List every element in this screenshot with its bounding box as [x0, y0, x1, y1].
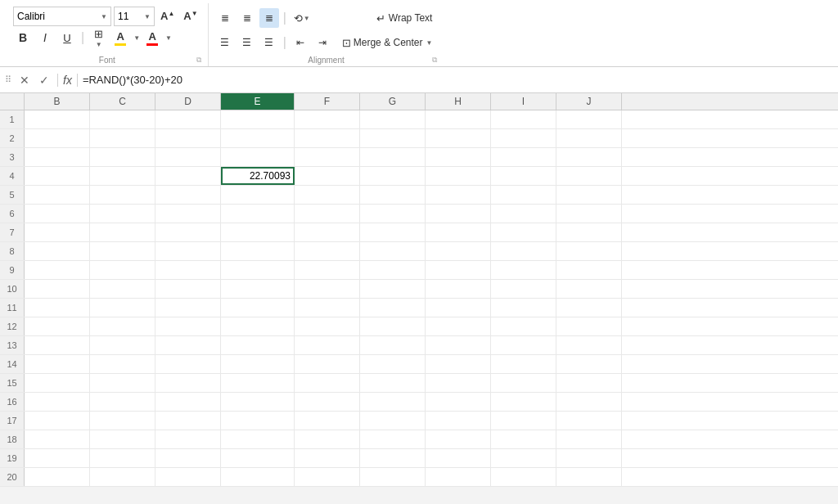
bold-button[interactable]: B: [13, 28, 33, 47]
wrap-text-button[interactable]: ↵ Wrap Text: [372, 7, 438, 29]
row-number[interactable]: 10: [0, 280, 25, 298]
spreadsheet-cell[interactable]: [426, 129, 491, 147]
spreadsheet-cell[interactable]: [556, 468, 622, 486]
spreadsheet-cell[interactable]: [221, 393, 295, 411]
spreadsheet-cell[interactable]: [426, 110, 491, 128]
spreadsheet-cell[interactable]: [360, 242, 426, 260]
spreadsheet-cell[interactable]: [556, 355, 622, 373]
spreadsheet-cell[interactable]: [155, 336, 221, 354]
spreadsheet-cell[interactable]: [155, 393, 221, 411]
row-number[interactable]: 13: [0, 336, 25, 354]
spreadsheet-cell[interactable]: [25, 280, 90, 298]
confirm-formula-button[interactable]: ✓: [36, 74, 52, 87]
spreadsheet-cell[interactable]: [491, 317, 556, 335]
spreadsheet-cell[interactable]: [25, 412, 90, 430]
spreadsheet-cell[interactable]: [491, 167, 556, 185]
spreadsheet-cell[interactable]: [360, 449, 426, 467]
spreadsheet-cell[interactable]: [90, 242, 155, 260]
spreadsheet-cell[interactable]: [221, 261, 295, 279]
spreadsheet-cell[interactable]: [491, 110, 556, 128]
row-number[interactable]: 1: [0, 110, 25, 128]
spreadsheet-cell[interactable]: [360, 223, 426, 241]
spreadsheet-cell[interactable]: [491, 299, 556, 317]
spreadsheet-cell[interactable]: [25, 449, 90, 467]
spreadsheet-cell[interactable]: [556, 129, 622, 147]
spreadsheet-cell[interactable]: [426, 223, 491, 241]
spreadsheet-cell[interactable]: [25, 205, 90, 223]
spreadsheet-cell[interactable]: [556, 167, 622, 185]
spreadsheet-cell[interactable]: [90, 299, 155, 317]
spreadsheet-cell[interactable]: [295, 449, 360, 467]
spreadsheet-cell[interactable]: [360, 205, 426, 223]
spreadsheet-cell[interactable]: [25, 261, 90, 279]
col-header-e[interactable]: E: [221, 93, 295, 110]
spreadsheet-cell[interactable]: [155, 261, 221, 279]
spreadsheet-cell[interactable]: [556, 317, 622, 335]
row-number[interactable]: 2: [0, 129, 25, 147]
spreadsheet-cell[interactable]: [426, 355, 491, 373]
spreadsheet-cell[interactable]: [426, 393, 491, 411]
spreadsheet-cell[interactable]: [426, 280, 491, 298]
row-number[interactable]: 7: [0, 223, 25, 241]
spreadsheet-cell[interactable]: [155, 129, 221, 147]
spreadsheet-cell[interactable]: [155, 374, 221, 392]
spreadsheet-cell[interactable]: [90, 148, 155, 166]
spreadsheet-cell[interactable]: [221, 449, 295, 467]
spreadsheet-cell[interactable]: [491, 336, 556, 354]
spreadsheet-cell[interactable]: [360, 148, 426, 166]
spreadsheet-cell[interactable]: [426, 412, 491, 430]
spreadsheet-cell[interactable]: [426, 336, 491, 354]
spreadsheet-cell[interactable]: [491, 148, 556, 166]
spreadsheet-cell[interactable]: [491, 412, 556, 430]
row-number[interactable]: 16: [0, 393, 25, 411]
spreadsheet-cell[interactable]: [221, 129, 295, 147]
indent-decrease-button[interactable]: ⇤: [291, 33, 310, 52]
cancel-formula-button[interactable]: ✕: [16, 74, 33, 87]
spreadsheet-cell[interactable]: [491, 393, 556, 411]
spreadsheet-cell[interactable]: [90, 186, 155, 204]
spreadsheet-cell[interactable]: [491, 261, 556, 279]
spreadsheet-cell[interactable]: [360, 430, 426, 448]
spreadsheet-cell[interactable]: [90, 280, 155, 298]
spreadsheet-cell[interactable]: [426, 167, 491, 185]
row-number[interactable]: 19: [0, 449, 25, 467]
spreadsheet-cell[interactable]: [426, 186, 491, 204]
spreadsheet-cell[interactable]: [25, 186, 90, 204]
spreadsheet-cell[interactable]: [155, 167, 221, 185]
spreadsheet-cell[interactable]: [360, 261, 426, 279]
spreadsheet-cell[interactable]: [221, 336, 295, 354]
spreadsheet-cell[interactable]: [155, 223, 221, 241]
spreadsheet-cell[interactable]: [491, 374, 556, 392]
col-header-h[interactable]: H: [426, 93, 491, 110]
spreadsheet-cell[interactable]: [221, 186, 295, 204]
spreadsheet-cell[interactable]: [360, 280, 426, 298]
spreadsheet-cell[interactable]: [221, 317, 295, 335]
fx-label[interactable]: fx: [57, 74, 78, 87]
fill-color-button[interactable]: A: [110, 28, 130, 47]
spreadsheet-cell[interactable]: [360, 336, 426, 354]
spreadsheet-cell[interactable]: [25, 129, 90, 147]
spreadsheet-cell[interactable]: [426, 374, 491, 392]
spreadsheet-cell[interactable]: [295, 393, 360, 411]
spreadsheet-cell[interactable]: [491, 468, 556, 486]
spreadsheet-cell[interactable]: [155, 355, 221, 373]
row-number[interactable]: 14: [0, 355, 25, 373]
spreadsheet-cell[interactable]: [90, 261, 155, 279]
spreadsheet-cell[interactable]: [426, 242, 491, 260]
spreadsheet-cell[interactable]: [221, 374, 295, 392]
spreadsheet-cell[interactable]: [221, 148, 295, 166]
spreadsheet-cell[interactable]: [556, 148, 622, 166]
spreadsheet-cell[interactable]: [90, 167, 155, 185]
align-bottom-button[interactable]: ≣: [259, 8, 279, 28]
spreadsheet-cell[interactable]: [221, 242, 295, 260]
spreadsheet-cell[interactable]: [556, 110, 622, 128]
spreadsheet-cell[interactable]: [90, 412, 155, 430]
spreadsheet-cell[interactable]: [90, 355, 155, 373]
spreadsheet-cell[interactable]: [426, 148, 491, 166]
spreadsheet-cell[interactable]: [360, 393, 426, 411]
spreadsheet-cell[interactable]: [426, 430, 491, 448]
spreadsheet-cell[interactable]: [295, 242, 360, 260]
spreadsheet-cell[interactable]: [295, 261, 360, 279]
spreadsheet-cell[interactable]: [155, 317, 221, 335]
spreadsheet-cell[interactable]: [491, 223, 556, 241]
